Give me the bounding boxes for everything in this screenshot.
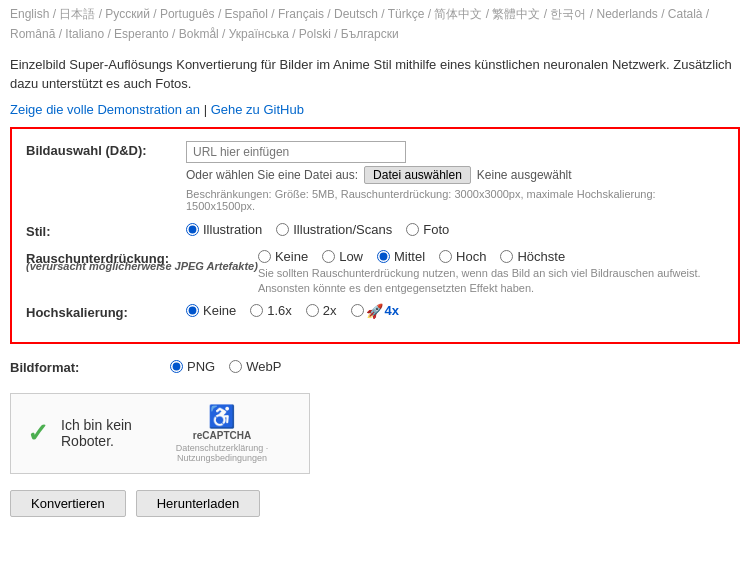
- terms-link[interactable]: Nutzungsbedingungen: [177, 453, 267, 463]
- upscale-radio-group: Keine 1.6x 2x 🚀 4x: [186, 303, 724, 319]
- format-png[interactable]: PNG: [170, 359, 215, 374]
- denoise-label-container: Rauschunterdrückung: (verursacht möglich…: [26, 249, 258, 276]
- format-png-radio[interactable]: [170, 360, 183, 373]
- denoise-radio-group: Keine Low Mittel Hoch Höchste: [258, 249, 724, 264]
- convert-button[interactable]: Konvertieren: [10, 490, 126, 517]
- demo-link[interactable]: Zeige die volle Demonstration an: [10, 102, 200, 117]
- upscale-row: Hochskalierung: Keine 1.6x 2x 🚀: [26, 303, 724, 320]
- format-label: Bildformat:: [10, 358, 170, 375]
- main-panel: Bildauswahl (D&D): Oder wählen Sie eine …: [10, 127, 740, 344]
- language-bar: English / 日本語 / Русский / Português / Es…: [0, 0, 750, 47]
- download-button[interactable]: Herunterladen: [136, 490, 260, 517]
- upscale-2x[interactable]: 2x: [306, 303, 337, 318]
- style-row: Stil: Illustration Illustration/Scans Fo…: [26, 222, 724, 239]
- denoise-hoch-radio[interactable]: [439, 250, 452, 263]
- denoise-hoch[interactable]: Hoch: [439, 249, 486, 264]
- url-input[interactable]: [186, 141, 406, 163]
- style-illustration-scans[interactable]: Illustration/Scans: [276, 222, 392, 237]
- image-selection-row: Bildauswahl (D&D): Oder wählen Sie eine …: [26, 141, 724, 212]
- upscale-controls: Keine 1.6x 2x 🚀 4x: [186, 303, 724, 319]
- file-row-label: Oder wählen Sie eine Datei aus:: [186, 168, 358, 182]
- captcha-text: Ich bin kein Roboter.: [61, 417, 151, 449]
- denoise-keine[interactable]: Keine: [258, 249, 308, 264]
- image-controls: Oder wählen Sie eine Datei aus: Datei au…: [186, 141, 724, 212]
- recaptcha-brand: reCAPTCHA: [193, 430, 251, 441]
- style-illustration-scans-radio[interactable]: [276, 223, 289, 236]
- format-row: Bildformat: PNG WebP: [0, 354, 750, 383]
- upscale-label: Hochskalierung:: [26, 303, 186, 320]
- captcha-box[interactable]: ✓ Ich bin kein Roboter. ♿ reCAPTCHA Date…: [10, 393, 310, 474]
- links-section: Zeige die volle Demonstration an | Gehe …: [0, 98, 750, 127]
- recaptcha-icon: ♿: [208, 404, 235, 430]
- style-foto-radio[interactable]: [406, 223, 419, 236]
- captcha-checkmark: ✓: [27, 418, 49, 449]
- upscale-1-6x-radio[interactable]: [250, 304, 263, 317]
- denoise-keine-radio[interactable]: [258, 250, 271, 263]
- rocket-icon: 🚀: [366, 303, 383, 319]
- privacy-link[interactable]: Datenschutzerklärung: [176, 443, 264, 453]
- language-line1: English / 日本語 / Русский / Português / Es…: [10, 7, 709, 21]
- github-link[interactable]: Gehe zu GitHub: [211, 102, 304, 117]
- language-line2: Română / Italiano / Esperanto / Bokmål /…: [10, 27, 399, 41]
- denoise-mittel-radio[interactable]: [377, 250, 390, 263]
- denoise-hoechste-radio[interactable]: [500, 250, 513, 263]
- style-label: Stil:: [26, 222, 186, 239]
- denoise-hoechste[interactable]: Höchste: [500, 249, 565, 264]
- style-illustration-radio[interactable]: [186, 223, 199, 236]
- denoise-mittel[interactable]: Mittel: [377, 249, 425, 264]
- denoise-note: (verursacht möglicherweise JPEG Artefakt…: [26, 260, 258, 272]
- denoise-description: Sie sollten Rauschunterdrückung nutzen, …: [258, 266, 724, 297]
- upscale-keine-radio[interactable]: [186, 304, 199, 317]
- upscale-4x[interactable]: 🚀 4x: [351, 303, 399, 319]
- restrictions-text: Beschränkungen: Größe: 5MB, Rauschunterd…: [186, 188, 724, 212]
- denoise-controls: Keine Low Mittel Hoch Höchste: [258, 249, 724, 297]
- upscale-4x-radio[interactable]: [351, 304, 364, 317]
- no-file-label: Keine ausgewählt: [477, 168, 572, 182]
- denoise-low[interactable]: Low: [322, 249, 363, 264]
- description: Einzelbild Super-Auflösungs Konvertierun…: [0, 47, 750, 98]
- file-select-button[interactable]: Datei auswählen: [364, 166, 471, 184]
- style-foto[interactable]: Foto: [406, 222, 449, 237]
- format-radio-group: PNG WebP: [170, 359, 281, 374]
- upscale-1-6x[interactable]: 1.6x: [250, 303, 292, 318]
- recaptcha-logo: ♿ reCAPTCHA Datenschutzerklärung · Nutzu…: [151, 404, 293, 463]
- format-webp[interactable]: WebP: [229, 359, 281, 374]
- file-row: Oder wählen Sie eine Datei aus: Datei au…: [186, 166, 724, 184]
- action-buttons: Konvertieren Herunterladen: [0, 484, 750, 527]
- format-webp-radio[interactable]: [229, 360, 242, 373]
- denoise-row: Rauschunterdrückung: (verursacht möglich…: [26, 249, 724, 297]
- upscale-keine[interactable]: Keine: [186, 303, 236, 318]
- style-controls: Illustration Illustration/Scans Foto: [186, 222, 724, 237]
- recaptcha-links: Datenschutzerklärung · Nutzungsbedingung…: [151, 443, 293, 463]
- style-illustration[interactable]: Illustration: [186, 222, 262, 237]
- upscale-2x-radio[interactable]: [306, 304, 319, 317]
- captcha-right: ♿ reCAPTCHA Datenschutzerklärung · Nutzu…: [151, 404, 293, 463]
- denoise-low-radio[interactable]: [322, 250, 335, 263]
- image-selection-label: Bildauswahl (D&D):: [26, 141, 186, 158]
- style-radio-group: Illustration Illustration/Scans Foto: [186, 222, 724, 237]
- captcha-left: ✓ Ich bin kein Roboter.: [27, 417, 151, 449]
